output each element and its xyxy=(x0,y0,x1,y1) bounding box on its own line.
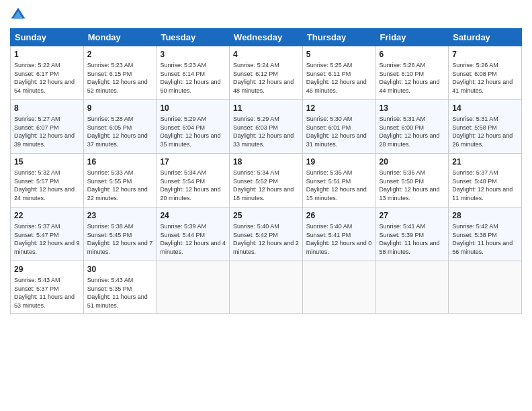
weekday-friday: Friday xyxy=(375,29,449,46)
day-info: Sunrise: 5:32 AM Sunset: 5:57 PM Dayligh… xyxy=(14,169,80,202)
sunrise: Sunrise: 5:29 AM xyxy=(233,116,279,122)
sunset: Sunset: 6:12 PM xyxy=(233,71,278,77)
sunrise: Sunrise: 5:31 AM xyxy=(380,116,426,122)
calendar-cell: 22 Sunrise: 5:37 AM Sunset: 5:47 PM Dayl… xyxy=(11,208,84,261)
calendar-cell: 12 Sunrise: 5:30 AM Sunset: 6:01 PM Dayl… xyxy=(302,100,375,154)
daylight: Daylight: 12 hours and 4 minutes. xyxy=(160,240,226,255)
sunrise: Sunrise: 5:24 AM xyxy=(233,62,279,68)
day-info: Sunrise: 5:31 AM Sunset: 5:58 PM Dayligh… xyxy=(452,115,518,148)
day-number: 24 xyxy=(160,210,226,221)
weekday-sunday: Sunday xyxy=(11,29,84,46)
sunset: Sunset: 5:48 PM xyxy=(452,178,497,185)
sunset: Sunset: 6:08 PM xyxy=(452,71,497,77)
calendar-cell: 23 Sunrise: 5:38 AM Sunset: 5:45 PM Dayl… xyxy=(83,208,157,261)
sunrise: Sunrise: 5:22 AM xyxy=(14,62,60,68)
logo xyxy=(10,7,29,23)
day-number: 10 xyxy=(160,103,226,113)
calendar-cell: 14 Sunrise: 5:31 AM Sunset: 5:58 PM Dayl… xyxy=(449,100,522,154)
sunrise: Sunrise: 5:26 AM xyxy=(452,62,498,68)
day-info: Sunrise: 5:35 AM Sunset: 5:51 PM Dayligh… xyxy=(306,169,372,202)
calendar-week-3: 15 Sunrise: 5:32 AM Sunset: 5:57 PM Dayl… xyxy=(11,154,522,208)
sunset: Sunset: 6:00 PM xyxy=(380,124,425,131)
calendar-cell: 18 Sunrise: 5:34 AM Sunset: 5:52 PM Dayl… xyxy=(230,154,303,208)
sunset: Sunset: 6:03 PM xyxy=(233,124,278,131)
calendar-cell: 5 Sunrise: 5:25 AM Sunset: 6:11 PM Dayli… xyxy=(302,46,375,100)
calendar-cell: 9 Sunrise: 5:28 AM Sunset: 6:05 PM Dayli… xyxy=(83,100,157,154)
day-number: 13 xyxy=(380,103,445,113)
daylight: Daylight: 12 hours and 33 minutes. xyxy=(233,132,294,148)
day-info: Sunrise: 5:33 AM Sunset: 5:55 PM Dayligh… xyxy=(87,169,153,202)
calendar-cell: 2 Sunrise: 5:23 AM Sunset: 6:15 PM Dayli… xyxy=(83,46,157,100)
sunrise: Sunrise: 5:30 AM xyxy=(306,116,353,122)
page: SundayMondayTuesdayWednesdayThursdayFrid… xyxy=(0,0,532,411)
calendar-cell: 8 Sunrise: 5:27 AM Sunset: 6:07 PM Dayli… xyxy=(11,100,84,154)
sunrise: Sunrise: 5:41 AM xyxy=(380,223,426,230)
daylight: Daylight: 12 hours and 7 minutes. xyxy=(87,240,153,255)
day-number: 16 xyxy=(87,156,153,167)
header xyxy=(10,7,522,23)
daylight: Daylight: 12 hours and 18 minutes. xyxy=(233,186,294,201)
weekday-monday: Monday xyxy=(83,29,157,46)
daylight: Daylight: 12 hours and 37 minutes. xyxy=(87,132,148,148)
sunrise: Sunrise: 5:33 AM xyxy=(87,169,134,176)
weekday-wednesday: Wednesday xyxy=(230,29,303,46)
sunset: Sunset: 5:45 PM xyxy=(87,232,132,238)
day-info: Sunrise: 5:36 AM Sunset: 5:50 PM Dayligh… xyxy=(380,169,445,202)
day-info: Sunrise: 5:29 AM Sunset: 6:04 PM Dayligh… xyxy=(160,115,226,148)
sunset: Sunset: 6:14 PM xyxy=(160,71,205,77)
calendar-cell: 30 Sunrise: 5:43 AM Sunset: 5:35 PM Dayl… xyxy=(83,261,157,314)
sunset: Sunset: 5:52 PM xyxy=(233,178,278,185)
daylight: Daylight: 12 hours and 15 minutes. xyxy=(306,186,367,201)
day-info: Sunrise: 5:28 AM Sunset: 6:05 PM Dayligh… xyxy=(87,115,153,148)
daylight: Daylight: 12 hours and 2 minutes. xyxy=(233,240,299,255)
day-info: Sunrise: 5:26 AM Sunset: 6:10 PM Dayligh… xyxy=(380,61,445,95)
sunrise: Sunrise: 5:28 AM xyxy=(87,116,134,122)
day-number: 1 xyxy=(14,49,80,60)
daylight: Daylight: 12 hours and 31 minutes. xyxy=(306,132,367,148)
daylight: Daylight: 12 hours and 13 minutes. xyxy=(380,186,440,201)
sunrise: Sunrise: 5:37 AM xyxy=(452,169,498,176)
day-info: Sunrise: 5:22 AM Sunset: 6:17 PM Dayligh… xyxy=(14,61,80,95)
daylight: Daylight: 12 hours and 20 minutes. xyxy=(160,186,220,201)
calendar-cell: 19 Sunrise: 5:35 AM Sunset: 5:51 PM Dayl… xyxy=(302,154,375,208)
sunrise: Sunrise: 5:43 AM xyxy=(14,277,60,283)
calendar-cell xyxy=(157,261,230,314)
sunset: Sunset: 6:04 PM xyxy=(160,124,205,131)
sunrise: Sunrise: 5:29 AM xyxy=(160,116,206,122)
day-info: Sunrise: 5:37 AM Sunset: 5:47 PM Dayligh… xyxy=(14,222,80,256)
daylight: Daylight: 12 hours and 0 minutes. xyxy=(306,240,372,255)
day-number: 5 xyxy=(306,49,372,60)
day-number: 17 xyxy=(160,156,226,167)
sunrise: Sunrise: 5:40 AM xyxy=(306,223,353,230)
sunset: Sunset: 5:58 PM xyxy=(452,124,497,131)
day-number: 12 xyxy=(306,103,372,113)
calendar-cell: 20 Sunrise: 5:36 AM Sunset: 5:50 PM Dayl… xyxy=(375,154,449,208)
calendar-cell: 11 Sunrise: 5:29 AM Sunset: 6:03 PM Dayl… xyxy=(230,100,303,154)
sunrise: Sunrise: 5:31 AM xyxy=(452,116,498,122)
day-number: 20 xyxy=(380,156,445,167)
day-number: 22 xyxy=(14,210,80,221)
sunset: Sunset: 6:15 PM xyxy=(87,71,132,77)
sunset: Sunset: 5:50 PM xyxy=(380,178,425,185)
calendar-cell: 25 Sunrise: 5:40 AM Sunset: 5:42 PM Dayl… xyxy=(230,208,303,261)
daylight: Daylight: 12 hours and 48 minutes. xyxy=(233,79,294,94)
day-number: 15 xyxy=(14,156,80,167)
day-number: 3 xyxy=(160,49,226,60)
day-info: Sunrise: 5:29 AM Sunset: 6:03 PM Dayligh… xyxy=(233,115,299,148)
day-info: Sunrise: 5:37 AM Sunset: 5:48 PM Dayligh… xyxy=(452,169,518,202)
daylight: Daylight: 12 hours and 24 minutes. xyxy=(14,186,75,201)
sunset: Sunset: 5:44 PM xyxy=(160,232,205,238)
day-number: 7 xyxy=(452,49,518,60)
calendar-cell: 13 Sunrise: 5:31 AM Sunset: 6:00 PM Dayl… xyxy=(375,100,449,154)
day-info: Sunrise: 5:39 AM Sunset: 5:44 PM Dayligh… xyxy=(160,222,226,256)
daylight: Daylight: 12 hours and 44 minutes. xyxy=(380,79,440,94)
day-info: Sunrise: 5:40 AM Sunset: 5:42 PM Dayligh… xyxy=(233,222,299,256)
sunrise: Sunrise: 5:26 AM xyxy=(380,62,426,68)
day-number: 29 xyxy=(14,264,80,275)
daylight: Daylight: 12 hours and 50 minutes. xyxy=(160,79,220,94)
calendar-cell: 29 Sunrise: 5:43 AM Sunset: 5:37 PM Dayl… xyxy=(11,261,84,314)
calendar-cell xyxy=(230,261,303,314)
daylight: Daylight: 12 hours and 54 minutes. xyxy=(14,79,75,94)
day-number: 19 xyxy=(306,156,372,167)
daylight: Daylight: 11 hours and 51 minutes. xyxy=(87,293,148,309)
